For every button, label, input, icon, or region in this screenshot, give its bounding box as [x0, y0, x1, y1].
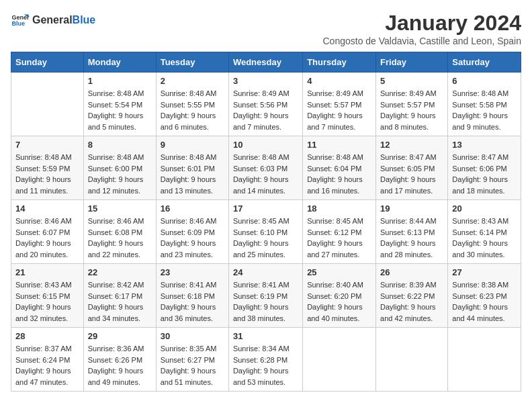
calendar-cell: 27Sunrise: 8:38 AMSunset: 6:23 PMDayligh… [448, 264, 521, 328]
cell-line: Daylight: 9 hours [15, 238, 79, 249]
cell-line: and 13 minutes. [161, 185, 224, 197]
calendar-cell: 31Sunrise: 8:34 AMSunset: 6:28 PMDayligh… [228, 328, 302, 392]
cell-line: Sunrise: 8:48 AM [15, 152, 79, 163]
cell-line: Sunrise: 8:48 AM [233, 152, 298, 163]
calendar-cell: 3Sunrise: 8:49 AMSunset: 5:56 PMDaylight… [228, 73, 302, 136]
day-number: 13 [452, 140, 517, 150]
cell-line: and 20 minutes. [15, 249, 79, 261]
cell-line: Daylight: 9 hours [380, 302, 443, 313]
day-number: 4 [307, 76, 371, 86]
calendar-cell: 23Sunrise: 8:41 AMSunset: 6:18 PMDayligh… [156, 264, 228, 328]
day-number: 1 [88, 76, 152, 86]
week-row-5: 28Sunrise: 8:37 AMSunset: 6:24 PMDayligh… [11, 328, 521, 392]
cell-line: Sunrise: 8:46 AM [88, 216, 152, 227]
day-number: 30 [161, 331, 224, 341]
day-number: 28 [15, 331, 79, 341]
cell-line: Sunset: 5:54 PM [88, 99, 152, 111]
cell-line: Sunrise: 8:44 AM [380, 216, 443, 227]
cell-line: Daylight: 9 hours [452, 110, 517, 122]
day-number: 25 [307, 267, 371, 277]
cell-line: Sunset: 5:57 PM [307, 99, 371, 111]
cell-line: Daylight: 9 hours [161, 238, 224, 249]
cell-line: and 22 minutes. [88, 249, 152, 261]
day-number: 11 [307, 140, 371, 150]
svg-text:Blue: Blue [11, 20, 25, 27]
cell-line: Sunset: 6:15 PM [15, 291, 79, 302]
cell-line: Sunset: 6:22 PM [380, 291, 443, 302]
cell-line: Sunset: 6:09 PM [161, 227, 224, 238]
cell-line: and 6 minutes. [161, 122, 224, 133]
cell-line: Sunset: 6:14 PM [452, 227, 517, 238]
day-number: 21 [15, 267, 79, 277]
cell-line: Daylight: 9 hours [15, 365, 79, 377]
day-number: 19 [380, 203, 443, 214]
cell-line: Sunset: 6:12 PM [307, 227, 371, 238]
cell-line: Sunrise: 8:48 AM [88, 152, 152, 163]
cell-line: Daylight: 9 hours [161, 174, 224, 185]
cell-line: Sunrise: 8:45 AM [233, 216, 298, 227]
cell-line: Sunrise: 8:48 AM [307, 152, 371, 163]
cell-line: and 30 minutes. [452, 249, 517, 261]
cell-line: Daylight: 9 hours [307, 238, 371, 249]
calendar-cell [303, 328, 376, 392]
calendar-cell: 9Sunrise: 8:48 AMSunset: 6:01 PMDaylight… [156, 136, 228, 200]
logo-icon: General Blue [11, 11, 30, 30]
cell-line: Sunrise: 8:45 AM [307, 216, 371, 227]
day-number: 10 [233, 140, 298, 150]
cell-line: Sunset: 6:17 PM [88, 291, 152, 302]
cell-line: Sunset: 6:24 PM [15, 355, 79, 366]
calendar-cell: 26Sunrise: 8:39 AMSunset: 6:22 PMDayligh… [376, 264, 448, 328]
calendar-header-row: SundayMondayTuesdayWednesdayThursdayFrid… [11, 52, 521, 73]
day-number: 5 [380, 76, 443, 86]
header-sunday: Sunday [11, 52, 84, 73]
calendar-cell: 7Sunrise: 8:48 AMSunset: 5:59 PMDaylight… [11, 136, 84, 200]
day-number: 17 [233, 203, 298, 214]
calendar-cell: 12Sunrise: 8:47 AMSunset: 6:05 PMDayligh… [376, 136, 448, 200]
cell-line: Sunrise: 8:39 AM [380, 279, 443, 291]
cell-line: and 51 minutes. [161, 377, 224, 388]
day-number: 8 [88, 140, 152, 150]
calendar-cell: 2Sunrise: 8:48 AMSunset: 5:55 PMDaylight… [156, 73, 228, 136]
cell-line: Daylight: 9 hours [88, 302, 152, 313]
cell-line: Sunset: 5:55 PM [161, 99, 224, 111]
logo-blue: Blue [73, 14, 96, 26]
cell-line: Daylight: 9 hours [452, 174, 517, 185]
cell-line: and 14 minutes. [233, 185, 298, 197]
cell-line: and 5 minutes. [88, 122, 152, 133]
day-number: 7 [15, 140, 79, 150]
cell-line: Daylight: 9 hours [307, 302, 371, 313]
cell-line: Sunset: 5:56 PM [233, 99, 298, 111]
cell-line: and 8 minutes. [380, 122, 443, 133]
day-number: 29 [88, 331, 152, 341]
calendar-cell: 1Sunrise: 8:48 AMSunset: 5:54 PMDaylight… [83, 73, 156, 136]
calendar-cell: 30Sunrise: 8:35 AMSunset: 6:27 PMDayligh… [156, 328, 228, 392]
cell-line: and 53 minutes. [233, 377, 298, 388]
cell-line: Sunrise: 8:49 AM [307, 88, 371, 99]
header: General Blue GeneralBlue January 2024 Co… [11, 11, 521, 46]
calendar-cell: 16Sunrise: 8:46 AMSunset: 6:09 PMDayligh… [156, 200, 228, 264]
header-monday: Monday [83, 52, 156, 73]
calendar-cell: 29Sunrise: 8:36 AMSunset: 6:26 PMDayligh… [83, 328, 156, 392]
day-number: 2 [161, 76, 224, 86]
cell-line: and 12 minutes. [88, 185, 152, 197]
day-number: 22 [88, 267, 152, 277]
cell-line: Sunrise: 8:47 AM [380, 152, 443, 163]
cell-line: Daylight: 9 hours [233, 238, 298, 249]
cell-line: Sunrise: 8:48 AM [161, 152, 224, 163]
cell-line: Daylight: 9 hours [15, 174, 79, 185]
cell-line: Sunset: 5:59 PM [15, 163, 79, 175]
cell-line: Sunset: 6:01 PM [161, 163, 224, 175]
day-number: 24 [233, 267, 298, 277]
cell-line: Daylight: 9 hours [233, 365, 298, 377]
cell-line: Daylight: 9 hours [307, 110, 371, 122]
calendar-cell: 22Sunrise: 8:42 AMSunset: 6:17 PMDayligh… [83, 264, 156, 328]
cell-line: Sunrise: 8:38 AM [452, 279, 517, 291]
calendar-cell: 11Sunrise: 8:48 AMSunset: 6:04 PMDayligh… [303, 136, 376, 200]
cell-line: Daylight: 9 hours [88, 110, 152, 122]
cell-line: Sunset: 6:08 PM [88, 227, 152, 238]
cell-line: Sunrise: 8:48 AM [88, 88, 152, 99]
cell-line: and 42 minutes. [380, 313, 443, 324]
cell-line: and 32 minutes. [15, 313, 79, 324]
cell-line: Sunrise: 8:34 AM [233, 343, 298, 355]
calendar-cell: 19Sunrise: 8:44 AMSunset: 6:13 PMDayligh… [376, 200, 448, 264]
